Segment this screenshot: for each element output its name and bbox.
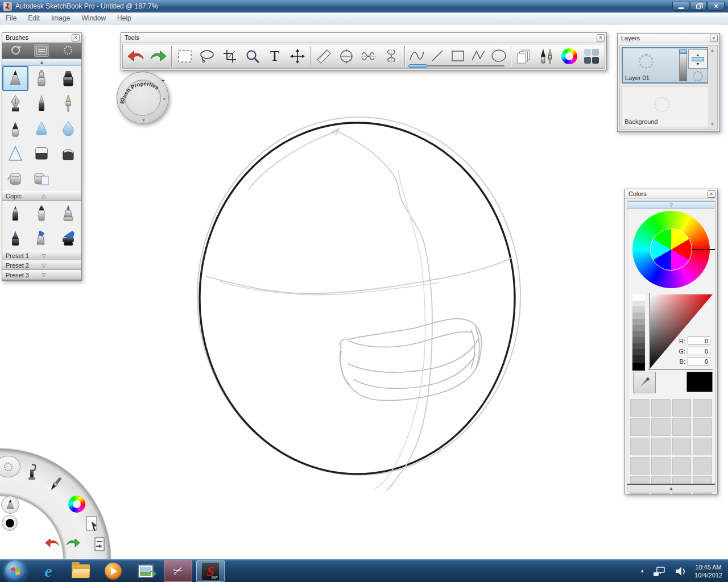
- brush-flood-fill[interactable]: [2, 166, 28, 191]
- menu-image[interactable]: Image: [46, 13, 76, 23]
- symmetry-vertical-button[interactable]: [380, 45, 403, 68]
- brush-pencil[interactable]: [2, 66, 28, 91]
- swatches-button[interactable]: [580, 45, 603, 68]
- undo-button[interactable]: [125, 45, 147, 68]
- preset-2-header[interactable]: Preset 2▽: [2, 260, 81, 270]
- brush-properties-icon[interactable]: [34, 44, 49, 57]
- start-button[interactable]: [5, 560, 26, 582]
- draw-freehand-button[interactable]: [407, 44, 427, 67]
- color-editor-button[interactable]: [558, 45, 581, 68]
- brush-airbrush[interactable]: [28, 66, 55, 91]
- colors-close-icon[interactable]: ×: [708, 190, 715, 198]
- brushes-close-icon[interactable]: ×: [72, 34, 80, 41]
- copic-section-header[interactable]: Copic △: [2, 191, 81, 201]
- brush-watercolor[interactable]: [55, 116, 81, 141]
- redo-button[interactable]: [147, 45, 170, 68]
- taskbar-internet-explorer[interactable]: e: [34, 560, 63, 582]
- layer-row-layer01[interactable]: Layer 01 ▲▼: [622, 47, 709, 84]
- brush-eraser-soft[interactable]: [55, 141, 81, 166]
- stroke-preview-icon[interactable]: [8, 44, 23, 57]
- swatch-cell[interactable]: [693, 418, 712, 436]
- swatch-cell[interactable]: [693, 457, 712, 475]
- restore-button[interactable]: [690, 2, 707, 11]
- zoom-button[interactable]: [241, 45, 264, 68]
- brush-felt-marker[interactable]: [2, 116, 28, 141]
- r-input[interactable]: [688, 336, 710, 345]
- layers-scrollbar[interactable]: ▲▼: [708, 46, 717, 128]
- copic-wide[interactable]: [55, 226, 81, 251]
- eyedropper-button[interactable]: [633, 372, 656, 393]
- brush-texture-icon[interactable]: [61, 44, 76, 57]
- copic-dark[interactable]: [2, 226, 28, 251]
- current-color-preview[interactable]: [2, 515, 18, 531]
- layer-reorder-control[interactable]: ▲▼: [688, 49, 708, 69]
- menu-file[interactable]: File: [0, 13, 22, 23]
- taskbar-snipping-tool[interactable]: ✂: [164, 560, 192, 582]
- layers-close-icon[interactable]: ×: [710, 35, 718, 42]
- swatch-cell[interactable]: [630, 418, 650, 436]
- opacity-slider-handle[interactable]: [679, 49, 687, 54]
- draw-polyline-button[interactable]: [468, 44, 489, 67]
- swatch-cell[interactable]: [672, 399, 692, 417]
- brush-ballpoint[interactable]: [28, 91, 55, 116]
- close-button[interactable]: ×: [708, 2, 725, 11]
- taskbar-clock[interactable]: 10:45 AM 10/4/2012: [694, 563, 722, 579]
- brushes-collapse-strip[interactable]: ▲: [2, 59, 81, 66]
- brush-paintbrush[interactable]: [55, 91, 81, 116]
- brush-broad-marker[interactable]: [55, 66, 81, 91]
- swatch-cell[interactable]: [630, 457, 650, 475]
- preset-3-header[interactable]: Preset 3▽: [2, 270, 81, 280]
- swatch-cell[interactable]: [651, 438, 671, 455]
- swatch-cell[interactable]: [693, 399, 712, 417]
- brush-triangle[interactable]: [2, 141, 28, 166]
- layers-panel-titlebar[interactable]: Layers ×: [618, 34, 719, 43]
- brush-smear[interactable]: [28, 116, 55, 141]
- layer01-thumbnail[interactable]: Layer 01: [623, 48, 679, 82]
- b-input[interactable]: [688, 357, 710, 365]
- swatch-cell[interactable]: [693, 438, 712, 455]
- lagoon-brush-button[interactable]: [47, 475, 65, 493]
- tools-close-icon[interactable]: ×: [597, 34, 605, 41]
- taskbar-media-player[interactable]: [99, 560, 127, 582]
- luminance-bar[interactable]: [632, 294, 645, 371]
- taskbar-image-capture[interactable]: ↷: [131, 560, 160, 582]
- ruler-button[interactable]: [312, 45, 335, 68]
- preset-1-header[interactable]: Preset 1▽: [2, 251, 81, 260]
- swatch-cell[interactable]: [630, 399, 650, 417]
- swatch-cell[interactable]: [672, 457, 692, 475]
- lagoon-redo-button[interactable]: [64, 537, 81, 549]
- layer-row-background[interactable]: Background: [622, 86, 709, 127]
- show-hidden-icons-button[interactable]: ▲: [640, 568, 644, 573]
- brush-editor-button[interactable]: [535, 45, 558, 68]
- copic-fine[interactable]: [2, 201, 28, 226]
- swatch-cell[interactable]: [672, 438, 692, 455]
- draw-line-button[interactable]: [427, 44, 448, 67]
- minimize-button[interactable]: [672, 2, 689, 11]
- taskbar-sketchbook-pro[interactable]: SSBP: [196, 560, 225, 582]
- taskbar-windows-explorer[interactable]: [67, 560, 95, 582]
- lagoon-select-button[interactable]: [84, 515, 101, 533]
- title-bar[interactable]: Autodesk SketchBook Pro - Untitled @ 187…: [0, 0, 728, 13]
- colors-panel-titlebar[interactable]: Colors ×: [625, 189, 717, 199]
- menu-help[interactable]: Help: [111, 13, 137, 23]
- stroke-size-slider[interactable]: [408, 64, 504, 68]
- menu-window[interactable]: Window: [76, 13, 111, 23]
- menu-edit[interactable]: Edit: [22, 13, 46, 23]
- lagoon-tools-button[interactable]: [24, 463, 40, 482]
- draw-rectangle-button[interactable]: [448, 44, 468, 67]
- lagoon-texture-button[interactable]: [0, 456, 20, 477]
- speaker-icon[interactable]: [674, 565, 686, 577]
- brush-eraser-hard[interactable]: [28, 141, 55, 166]
- crop-button[interactable]: [218, 45, 241, 68]
- current-brush-preview[interactable]: [1, 496, 19, 514]
- network-icon[interactable]: [652, 566, 666, 577]
- ellipse-guide-button[interactable]: [335, 45, 358, 68]
- text-button[interactable]: T: [263, 45, 286, 68]
- copic-brush-blue[interactable]: [55, 201, 81, 226]
- layer-marker-icon[interactable]: [693, 71, 703, 81]
- swatch-cell[interactable]: [651, 418, 671, 436]
- draw-ellipse-button[interactable]: [489, 44, 509, 67]
- brush-flood-fill-layer[interactable]: [28, 166, 55, 191]
- colors-footer-collapse[interactable]: ▲: [627, 484, 715, 492]
- swatch-cell[interactable]: [651, 457, 671, 475]
